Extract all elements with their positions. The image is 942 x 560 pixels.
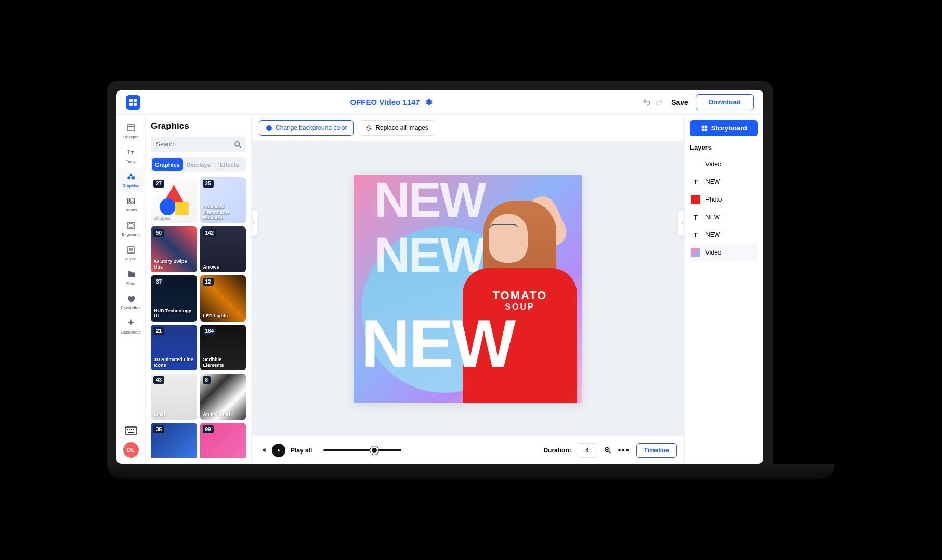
skip-back-icon[interactable] <box>259 446 267 454</box>
blank-icon <box>691 159 700 169</box>
nav-label: Favourites <box>121 305 140 310</box>
layer-name: NEW <box>705 231 720 238</box>
duration-input[interactable]: 4 <box>578 443 597 458</box>
search-input[interactable] <box>151 137 246 152</box>
save-button[interactable]: Save <box>671 98 688 106</box>
graphics-card[interactable]: 142Arrows <box>200 226 246 273</box>
designs-icon <box>126 123 136 132</box>
panel-title: Graphics <box>151 121 246 131</box>
stocks-icon <box>126 196 136 206</box>
card-label: Arrows <box>203 264 243 270</box>
nav-stocks[interactable]: Stocks <box>116 192 146 217</box>
zoom-icon[interactable] <box>604 446 612 455</box>
card-label: Lines <box>154 411 194 417</box>
layer-item[interactable]: TNEW <box>690 226 758 244</box>
graphics-card[interactable]: 12LED Lights <box>200 275 246 322</box>
graphics-card[interactable]: 8Anime Lines <box>200 374 246 420</box>
collapse-right-handle[interactable]: › <box>678 211 684 236</box>
undo-icon[interactable] <box>642 98 651 107</box>
graphics-card[interactable]: 50IG Story Swipe Ups <box>151 226 197 273</box>
right-panel: Storyboard Layers VideoTNEWPhotoTNEWTNEW… <box>684 115 763 464</box>
svg-rect-24 <box>704 128 707 131</box>
layer-item[interactable]: Video <box>690 155 758 173</box>
graphics-card[interactable]: 213D Animated Line Icons <box>151 325 197 371</box>
graphics-card[interactable]: 35 <box>151 423 197 458</box>
nav-bkground[interactable]: Bkground <box>116 217 146 241</box>
video-icon <box>691 248 700 257</box>
svg-rect-21 <box>702 125 704 128</box>
card-label: 3D Animated Line Icons <box>154 357 194 368</box>
palette-icon <box>266 125 272 131</box>
geniemate-icon <box>126 318 136 328</box>
graphics-card[interactable]: 27Shapes <box>151 177 197 223</box>
svg-rect-15 <box>128 432 134 433</box>
replace-images-button[interactable]: Replace all images <box>359 120 435 136</box>
card-count-badge: 37 <box>153 278 164 286</box>
project-title[interactable]: OFFEO VIdeo 1147 <box>350 98 420 106</box>
graphics-card[interactable]: 184Scribble Elements <box>200 325 246 371</box>
playback-slider[interactable] <box>323 449 401 451</box>
nav-label: Bkground <box>122 232 139 237</box>
canvas-viewport[interactable]: ‹ › NEW NEW TOMATO SOUP NEW <box>252 141 684 436</box>
timeline-button[interactable]: Timeline <box>636 443 677 458</box>
download-button[interactable]: Download <box>696 94 754 110</box>
layer-item[interactable]: Video <box>690 244 758 261</box>
change-bg-button[interactable]: Change background color <box>259 120 354 136</box>
play-all-label[interactable]: Play all <box>291 447 312 454</box>
svg-rect-22 <box>704 125 707 128</box>
layer-item[interactable]: TNEW <box>690 208 758 226</box>
nav-label: Texts <box>126 159 136 164</box>
search-field[interactable] <box>156 141 234 148</box>
nav-files[interactable]: Files <box>116 265 146 290</box>
nav-graphics[interactable]: Graphics <box>116 168 146 192</box>
card-count-badge: 50 <box>153 229 164 237</box>
svg-point-17 <box>160 198 176 215</box>
nav-music[interactable]: Music <box>116 241 146 265</box>
svg-point-16 <box>235 141 240 146</box>
card-count-badge: 142 <box>203 229 217 237</box>
nav-label: Files <box>126 281 135 286</box>
files-icon <box>126 270 136 279</box>
graphics-icon <box>126 172 136 181</box>
keyboard-shortcuts-icon[interactable] <box>125 425 137 436</box>
nav-designs[interactable]: Designs <box>116 119 146 143</box>
tab-overlays[interactable]: Overlays <box>183 158 214 171</box>
collapse-left-handle[interactable]: ‹ <box>252 211 258 236</box>
layer-item[interactable]: Photo <box>690 191 758 208</box>
texts-icon: TT <box>126 148 136 157</box>
favourites-icon <box>126 294 136 303</box>
graphics-card[interactable]: 99 <box>200 423 246 458</box>
gear-icon[interactable] <box>424 98 433 106</box>
card-count-badge: 35 <box>153 425 164 433</box>
tab-effects[interactable]: Effects <box>214 158 245 171</box>
canvas-text-3[interactable]: NEW <box>361 304 514 382</box>
tab-graphics[interactable]: Graphics <box>152 158 183 171</box>
play-button[interactable] <box>272 444 285 457</box>
layer-name: NEW <box>705 214 720 221</box>
nav-geniemate[interactable]: Geniemate <box>116 314 146 339</box>
nav-favourites[interactable]: Favourites <box>116 290 146 314</box>
nav-texts[interactable]: TTTexts <box>116 143 146 168</box>
artboard[interactable]: NEW NEW TOMATO SOUP NEW <box>354 175 582 403</box>
graphics-card[interactable]: 43Lines <box>151 374 197 420</box>
layers-title: Layers <box>690 143 758 151</box>
graphics-card[interactable]: 37HUD Technology UI <box>151 275 197 322</box>
svg-point-19 <box>266 125 272 131</box>
brand-logo[interactable] <box>126 95 140 110</box>
card-label: LED Lights <box>203 313 243 318</box>
text-icon: T <box>691 230 700 239</box>
nav-label: Geniemate <box>121 330 141 335</box>
svg-rect-18 <box>175 202 189 215</box>
replace-icon <box>365 125 372 131</box>
redo-icon[interactable] <box>655 98 664 107</box>
more-icon[interactable]: ••• <box>618 446 630 455</box>
graphics-panel: Graphics Graphics Overlays Effects 27Sha… <box>146 115 252 464</box>
storyboard-button[interactable]: Storyboard <box>690 120 758 136</box>
card-label: Anime Lines <box>203 411 243 417</box>
user-avatar[interactable]: DL <box>123 442 139 458</box>
card-label: Scribble Elements <box>203 357 243 368</box>
playback-bar: Play all Duration: 4 ••• Timeline <box>252 436 684 464</box>
graphics-card[interactable]: 25Animated Illustrations Business <box>200 177 246 223</box>
card-count-badge: 12 <box>203 278 214 286</box>
layer-item[interactable]: TNEW <box>690 173 758 191</box>
